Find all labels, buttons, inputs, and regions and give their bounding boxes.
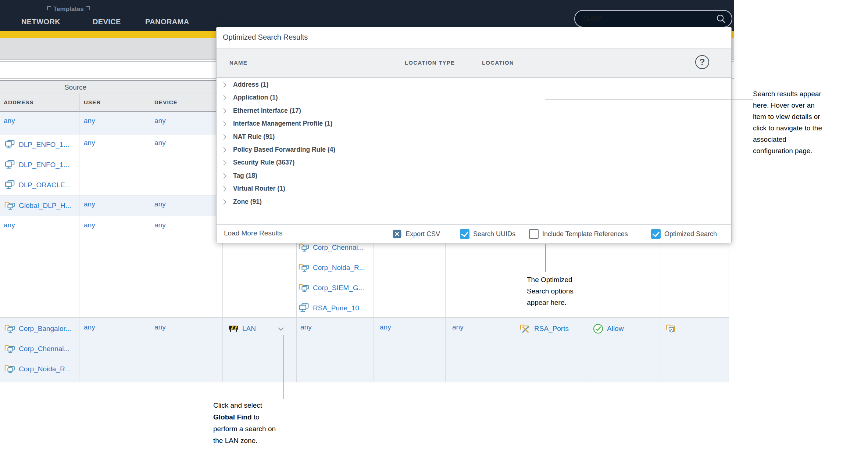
address-group-icon	[299, 242, 310, 253]
result-row[interactable]: Security Rule (3637)	[217, 156, 731, 169]
checkbox-include-template-references[interactable]: Include Template References	[529, 229, 628, 239]
annotation-line: Search results appear	[753, 88, 856, 100]
result-row[interactable]: Interface Management Profile (1)	[217, 117, 731, 130]
annotation-line: click to navigate to the	[753, 122, 856, 134]
address-group-link[interactable]: Corp_SIEM_G...	[313, 284, 364, 292]
result-row[interactable]: Ethernet Interface (17)	[217, 104, 731, 117]
export-csv-button[interactable]: Export CSV	[392, 229, 440, 239]
any-link[interactable]: any	[4, 117, 15, 125]
address-group-link[interactable]: Corp_Chennai...	[313, 244, 364, 252]
chevron-right-icon	[221, 133, 228, 141]
checkbox-checked-icon	[651, 229, 661, 239]
result-row[interactable]: Policy Based Forwarding Rule (4)	[217, 143, 731, 156]
address-group-icon	[4, 323, 15, 334]
any-link[interactable]: any	[380, 323, 391, 331]
result-row[interactable]: Tag (18)	[217, 169, 731, 182]
any-link[interactable]: any	[154, 139, 166, 147]
result-row[interactable]: Virtual Router (1)	[217, 182, 731, 195]
annotation-line: Search options	[527, 285, 600, 297]
any-link[interactable]: any	[154, 117, 166, 125]
any-link[interactable]: any	[300, 323, 312, 331]
checkbox-search-uuids[interactable]: Search UUIDs	[460, 229, 515, 239]
address-group-link[interactable]: Corp_Chennai...	[19, 345, 69, 353]
address-group-icon	[299, 262, 310, 273]
popup-column-name[interactable]: NAME	[229, 59, 247, 66]
any-link[interactable]: any	[154, 323, 166, 331]
annotation-line: here. Hover over an	[753, 100, 856, 111]
list-item: Corp_Chennai...	[4, 343, 69, 354]
export-csv-label: Export CSV	[406, 230, 440, 238]
templates-context-label: Templates	[47, 6, 90, 13]
result-row-label: Interface Management Profile (1)	[233, 120, 332, 127]
list-item: DLP_ORACLE...	[4, 180, 71, 191]
result-row-label: Address (1)	[233, 81, 268, 89]
address-object-icon	[299, 303, 310, 314]
column-divider	[151, 94, 151, 112]
service-cell: RSA_Ports	[520, 323, 569, 334]
chevron-right-icon	[221, 172, 228, 180]
tab-panorama[interactable]: PANORAMA	[145, 18, 189, 26]
zone-flag-icon	[228, 323, 239, 334]
templates-label-text: Templates	[53, 6, 84, 13]
result-row[interactable]: NAT Rule (91)	[217, 130, 731, 143]
result-row-label: Tag (18)	[233, 172, 257, 180]
any-link[interactable]: any	[84, 117, 95, 125]
popup-footer: Load More Results Export CSV Search UUID…	[217, 224, 731, 243]
address-object-link[interactable]: RSA_Pune_10....	[313, 304, 367, 312]
checkbox-label: Optimized Search	[664, 230, 717, 238]
checkbox-unchecked-icon	[529, 229, 539, 239]
address-object-link[interactable]: DLP_ORACLE...	[19, 181, 71, 189]
annotation-line: Click and select	[213, 400, 301, 411]
address-object-link[interactable]: DLP_ENFO_1...	[19, 161, 69, 169]
action-link[interactable]: Allow	[607, 325, 624, 333]
popup-column-location[interactable]: LOCATION	[482, 59, 514, 66]
any-link[interactable]: any	[84, 139, 95, 147]
screenshot-canvas: Templates NETWORK DEVICE PANORAMA Source…	[0, 0, 868, 458]
any-link[interactable]: any	[84, 221, 95, 229]
address-group-icon	[4, 200, 15, 211]
annotation-line: Global Find to	[213, 411, 301, 423]
annotation-line: item to view details or	[753, 111, 856, 122]
column-header-address[interactable]: ADDRESS	[4, 99, 34, 105]
any-link[interactable]: any	[154, 200, 166, 208]
address-group-link[interactable]: Global_DLP_H...	[19, 202, 71, 210]
any-link[interactable]: any	[452, 323, 464, 331]
help-icon[interactable]: ?	[695, 55, 709, 69]
global-search-input[interactable]	[575, 15, 715, 23]
result-row[interactable]: Zone (91)	[217, 195, 731, 208]
address-group-link[interactable]: Corp_Noida_R...	[19, 365, 71, 373]
list-item: Corp_Chennai...	[299, 242, 364, 253]
any-link[interactable]: any	[4, 221, 15, 229]
tab-network[interactable]: NETWORK	[21, 18, 60, 26]
zone-link[interactable]: LAN	[242, 325, 256, 333]
any-link[interactable]: any	[84, 323, 95, 331]
annotation-line: appear here.	[527, 297, 600, 308]
list-item: Corp_Noida_R...	[299, 262, 365, 273]
result-row-label: Policy Based Forwarding Rule (4)	[233, 146, 335, 154]
any-link[interactable]: any	[84, 200, 95, 208]
result-row[interactable]: Address (1)	[217, 78, 731, 91]
tab-device[interactable]: DEVICE	[93, 18, 121, 26]
global-search-box[interactable]	[574, 10, 732, 28]
load-more-results-link[interactable]: Load More Results	[224, 229, 282, 237]
profile-group-folder-icon[interactable]	[665, 323, 676, 334]
address-object-link[interactable]: DLP_ENFO_1...	[19, 141, 69, 149]
service-group-link[interactable]: RSA_Ports	[534, 325, 569, 333]
checkbox-optimized-search[interactable]: Optimized Search	[651, 229, 717, 239]
chevron-right-icon	[221, 107, 228, 115]
allow-check-icon	[593, 323, 604, 334]
any-link[interactable]: any	[154, 221, 166, 229]
chevron-down-icon[interactable]	[277, 325, 285, 333]
column-header-user[interactable]: USER	[84, 99, 101, 105]
result-row[interactable]: Application (1)	[217, 91, 731, 104]
address-group-link[interactable]: Corp_Bangalor...	[19, 325, 71, 333]
address-object-icon	[4, 159, 15, 170]
column-header-device[interactable]: DEVICE	[154, 99, 178, 105]
column-divider	[79, 94, 79, 112]
annotation-line: perform a search on	[213, 423, 301, 435]
annotation-line: the LAN zone.	[213, 435, 301, 447]
checkbox-label: Include Template References	[542, 230, 628, 238]
popup-column-location-type[interactable]: LOCATION TYPE	[405, 59, 455, 66]
address-group-link[interactable]: Corp_Noida_R...	[313, 264, 365, 272]
list-item: DLP_ENFO_1...	[4, 159, 69, 170]
